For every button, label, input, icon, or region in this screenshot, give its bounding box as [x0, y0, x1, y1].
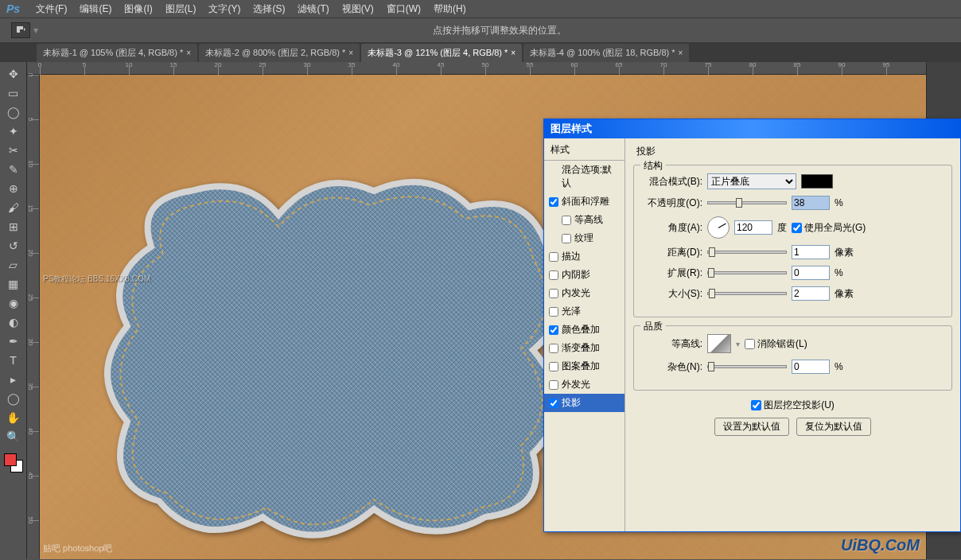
tab-3[interactable]: 未标题-4 @ 100% (图层 18, RGB/8) *×	[523, 44, 689, 62]
horizontal-ruler[interactable]: 05101520253035404550556065707580859095	[27, 62, 926, 75]
tab-0[interactable]: 未标题-1 @ 105% (图层 4, RGB/8) *×	[37, 44, 197, 62]
vertical-ruler[interactable]: 0510152025303540455055	[27, 75, 40, 559]
menu-view[interactable]: 视图(V)	[336, 1, 380, 18]
distance-input[interactable]	[792, 245, 830, 259]
watermark-forum: PS教程论坛 BBS.16XX8.COM	[43, 274, 150, 285]
dialog-titlebar[interactable]: 图层样式	[544, 119, 960, 138]
menu-window[interactable]: 窗口(W)	[380, 1, 427, 18]
style-checkbox[interactable]	[549, 380, 558, 390]
menu-image[interactable]: 图像(I)	[118, 1, 158, 18]
rectangle-tool[interactable]: ◯	[5, 390, 22, 407]
opacity-slider[interactable]	[707, 201, 787, 204]
menu-select[interactable]: 选择(S)	[247, 1, 291, 18]
style-item-5[interactable]: 内阴影	[544, 266, 624, 284]
magic-wand-tool[interactable]: ✦	[5, 122, 22, 140]
make-default-button[interactable]: 设置为默认值	[714, 418, 789, 436]
style-item-1[interactable]: 斜面和浮雕	[544, 192, 624, 211]
noise-slider[interactable]	[707, 365, 787, 368]
spread-input[interactable]	[792, 266, 830, 280]
shadow-color-swatch[interactable]	[801, 174, 833, 189]
path-select-tool[interactable]: ▸	[5, 371, 22, 388]
menu-file[interactable]: 文件(F)	[29, 1, 73, 18]
structure-fieldset: 结构 混合模式(B): 正片叠底 不透明度(O): % 角度(A): 度	[633, 165, 952, 317]
spread-slider[interactable]	[707, 271, 787, 274]
move-tool[interactable]: ✥	[5, 65, 22, 83]
distance-slider[interactable]	[707, 251, 787, 254]
tab-2[interactable]: 未标题-3 @ 121% (图层 4, RGB/8) *×	[361, 44, 522, 62]
style-label: 内发光	[562, 286, 590, 300]
knockout-checkbox[interactable]: 图层挖空投影(U)	[751, 399, 835, 412]
menu-edit[interactable]: 编辑(E)	[73, 1, 118, 18]
dodge-tool[interactable]: ◐	[5, 313, 22, 331]
foreground-background-colors[interactable]	[4, 453, 23, 472]
style-checkbox[interactable]	[549, 270, 558, 280]
menu-help[interactable]: 帮助(H)	[427, 1, 473, 18]
style-item-4[interactable]: 描边	[544, 247, 624, 266]
opacity-input[interactable]	[792, 196, 830, 210]
global-light-checkbox[interactable]: 使用全局光(G)	[792, 221, 866, 235]
style-settings: 投影 结构 混合模式(B): 正片叠底 不透明度(O): % 角度(A):	[625, 138, 960, 531]
close-icon[interactable]: ×	[186, 49, 191, 57]
style-item-3[interactable]: 纹理	[544, 229, 624, 247]
contour-label: 等高线:	[642, 337, 702, 351]
close-icon[interactable]: ×	[348, 49, 353, 57]
options-hint: 点按并拖移可调整效果的位置。	[433, 24, 566, 37]
tool-preset-picker[interactable]	[11, 22, 30, 38]
style-checkbox[interactable]	[549, 399, 558, 408]
section-title: 投影	[633, 143, 952, 160]
style-checkbox[interactable]	[549, 197, 558, 207]
lasso-tool[interactable]: ◯	[5, 103, 22, 121]
style-item-6[interactable]: 内发光	[544, 284, 624, 302]
style-item-7[interactable]: 光泽	[544, 302, 624, 321]
size-input[interactable]	[792, 286, 830, 301]
pen-tool[interactable]: ✒	[5, 332, 22, 350]
eyedropper-tool[interactable]: ✎	[5, 161, 22, 178]
tab-1[interactable]: 未标题-2 @ 800% (图层 2, RGB/8) *×	[199, 44, 360, 62]
gradient-tool[interactable]: ▦	[5, 275, 22, 293]
style-item-0[interactable]: 混合选项:默认	[544, 161, 624, 192]
style-label: 纹理	[574, 231, 593, 245]
close-icon[interactable]: ×	[511, 49, 516, 57]
menu-type[interactable]: 文字(Y)	[202, 1, 247, 18]
menu-layer[interactable]: 图层(L)	[159, 1, 203, 18]
stamp-tool[interactable]: ⊞	[5, 218, 22, 235]
angle-dial[interactable]	[707, 216, 730, 239]
style-item-9[interactable]: 渐变叠加	[544, 339, 624, 357]
foreground-color-swatch[interactable]	[4, 453, 17, 466]
style-label: 渐变叠加	[562, 341, 600, 355]
style-checkbox[interactable]	[549, 362, 558, 371]
reset-default-button[interactable]: 复位为默认值	[796, 418, 871, 436]
style-item-10[interactable]: 图案叠加	[544, 357, 624, 375]
angle-label: 角度(A):	[642, 221, 702, 235]
size-slider[interactable]	[707, 292, 787, 295]
history-brush-tool[interactable]: ↺	[5, 237, 22, 255]
close-icon[interactable]: ×	[679, 49, 683, 57]
contour-picker[interactable]	[707, 334, 731, 353]
type-tool[interactable]: T	[5, 352, 22, 369]
eraser-tool[interactable]: ▱	[5, 256, 22, 274]
healing-tool[interactable]: ⊕	[5, 180, 22, 197]
style-checkbox[interactable]	[549, 325, 558, 335]
style-checkbox[interactable]	[549, 307, 558, 317]
style-checkbox[interactable]	[562, 234, 571, 243]
zoom-tool[interactable]: 🔍	[5, 428, 22, 445]
blur-tool[interactable]: ◉	[5, 294, 22, 312]
menu-filter[interactable]: 滤镜(T)	[291, 1, 335, 18]
brush-tool[interactable]: 🖌	[5, 199, 22, 216]
style-checkbox[interactable]	[549, 344, 558, 353]
hand-tool[interactable]: ✋	[5, 409, 22, 426]
style-item-8[interactable]: 颜色叠加	[544, 321, 624, 339]
style-item-11[interactable]: 外发光	[544, 375, 624, 394]
style-checkbox[interactable]	[562, 216, 571, 225]
style-item-12[interactable]: 投影	[544, 394, 624, 412]
style-checkbox[interactable]	[549, 289, 558, 298]
styles-list: 样式 混合选项:默认斜面和浮雕等高线纹理描边内阴影内发光光泽颜色叠加渐变叠加图案…	[544, 138, 625, 531]
angle-input[interactable]	[734, 220, 772, 235]
crop-tool[interactable]: ✂	[5, 142, 22, 159]
blend-mode-select[interactable]: 正片叠底	[707, 173, 796, 189]
style-checkbox[interactable]	[549, 252, 558, 262]
antialias-checkbox[interactable]: 消除锯齿(L)	[745, 337, 807, 351]
noise-input[interactable]	[792, 360, 830, 374]
marquee-tool[interactable]: ▭	[5, 84, 22, 102]
style-item-2[interactable]: 等高线	[544, 211, 624, 229]
